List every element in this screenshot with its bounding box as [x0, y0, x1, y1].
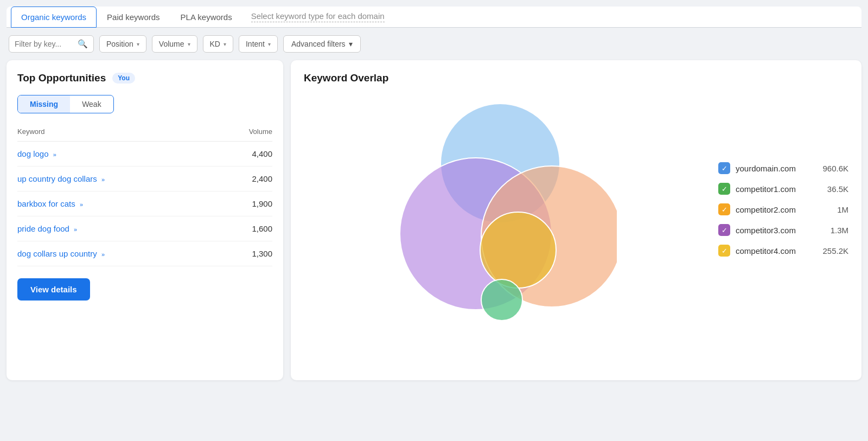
legend-item: ✓ competitor2.com 1M: [718, 203, 848, 215]
keyword-link[interactable]: pride dog food »: [17, 224, 77, 233]
overlap-title: Keyword Overlap: [304, 72, 848, 84]
table-row: up country dog collars » 2,400: [17, 167, 272, 191]
table-row: barkbox for cats » 1,900: [17, 191, 272, 216]
legend-domain-value: 1M: [816, 205, 848, 214]
legend-domain-name: competitor3.com: [736, 226, 810, 235]
overlap-body: ✓ yourdomain.com 960.6K ✓ competitor1.co…: [304, 93, 848, 326]
keyword-link[interactable]: dog logo »: [17, 149, 56, 158]
position-filter[interactable]: Position ▾: [99, 35, 146, 53]
weak-toggle-button[interactable]: Weak: [70, 95, 113, 113]
legend-domain-value: 255.2K: [816, 246, 848, 255]
tab-pla[interactable]: PLA keywords: [170, 7, 242, 28]
keyword-volume: 4,400: [252, 149, 272, 158]
tab-organic[interactable]: Organic keywords: [11, 7, 97, 28]
missing-toggle-button[interactable]: Missing: [18, 95, 70, 113]
main-content: Top Opportunities You Missing Weak Keywo…: [7, 60, 861, 380]
panel-title: Top Opportunities: [17, 72, 106, 84]
legend-domain-name: competitor1.com: [736, 184, 810, 194]
keyword-volume: 1,600: [252, 224, 272, 233]
chevron-right-icon: »: [53, 151, 56, 158]
keyword-volume: 1,300: [252, 249, 272, 258]
panel-header: Top Opportunities You: [17, 72, 272, 84]
chevron-right-icon: »: [74, 226, 77, 233]
legend-color-icon: ✓: [718, 183, 730, 195]
table-row: dog collars up country » 1,300: [17, 241, 272, 266]
keyword-overlap-panel: Keyword Overlap ✓ you: [291, 60, 861, 380]
keyword-link[interactable]: up country dog collars »: [17, 174, 105, 183]
legend-item: ✓ yourdomain.com 960.6K: [718, 162, 848, 174]
top-opportunities-panel: Top Opportunities You Missing Weak Keywo…: [7, 60, 283, 380]
col-volume-header: Volume: [249, 127, 272, 136]
keyword-volume: 1,900: [252, 199, 272, 208]
legend-domain-value: 36.5K: [816, 184, 848, 194]
keyword-link[interactable]: dog collars up country »: [17, 249, 105, 258]
position-label: Position: [106, 40, 133, 48]
table-row: dog logo » 4,400: [17, 142, 272, 167]
intent-label: Intent: [246, 40, 265, 48]
search-input[interactable]: [15, 40, 74, 48]
venn-svg: [384, 93, 617, 326]
svg-point-3: [480, 212, 556, 288]
volume-filter[interactable]: Volume ▾: [152, 35, 197, 53]
view-details-button[interactable]: View details: [17, 278, 90, 301]
svg-point-4: [481, 279, 522, 321]
keyword-table: Keyword Volume dog logo » 4,400 up count…: [17, 125, 272, 266]
venn-diagram: [304, 93, 697, 326]
advanced-chevron-icon: ▾: [349, 40, 353, 48]
legend-color-icon: ✓: [718, 162, 730, 174]
legend-color-icon: ✓: [718, 245, 730, 257]
search-icon: 🔍: [78, 39, 88, 48]
kd-label: KD: [210, 40, 220, 48]
legend-domain-name: competitor2.com: [736, 205, 810, 214]
tabs-bar: Organic keywords Paid keywords PLA keywo…: [7, 7, 861, 28]
legend-item: ✓ competitor4.com 255.2K: [718, 245, 848, 257]
keyword-rows: dog logo » 4,400 up country dog collars …: [17, 142, 272, 266]
legend: ✓ yourdomain.com 960.6K ✓ competitor1.co…: [718, 162, 848, 257]
tab-paid[interactable]: Paid keywords: [97, 7, 170, 28]
table-row: pride dog food » 1,600: [17, 216, 272, 241]
keyword-volume: 2,400: [252, 174, 272, 183]
legend-item: ✓ competitor1.com 36.5K: [718, 183, 848, 195]
advanced-filter[interactable]: Advanced filters ▾: [283, 35, 361, 53]
legend-domain-value: 1.3M: [816, 226, 848, 235]
volume-label: Volume: [159, 40, 184, 48]
you-badge: You: [112, 73, 135, 84]
search-filter[interactable]: 🔍: [9, 35, 94, 53]
filter-bar: 🔍 Position ▾ Volume ▾ KD ▾ Intent ▾ Adva…: [7, 28, 861, 60]
intent-chevron-icon: ▾: [268, 41, 271, 47]
missing-weak-toggle: Missing Weak: [17, 95, 114, 113]
legend-color-icon: ✓: [718, 203, 730, 215]
table-header: Keyword Volume: [17, 125, 272, 142]
chevron-right-icon: »: [80, 201, 83, 208]
search-icon-button[interactable]: 🔍: [78, 39, 88, 49]
intent-filter[interactable]: Intent ▾: [239, 35, 278, 53]
chevron-right-icon: »: [101, 251, 105, 258]
chevron-right-icon: »: [101, 176, 105, 183]
legend-item: ✓ competitor3.com 1.3M: [718, 224, 848, 236]
position-chevron-icon: ▾: [137, 41, 139, 47]
keyword-link[interactable]: barkbox for cats »: [17, 199, 83, 208]
advanced-label: Advanced filters: [291, 40, 346, 48]
volume-chevron-icon: ▾: [188, 41, 190, 47]
col-keyword-header: Keyword: [17, 127, 45, 136]
kd-chevron-icon: ▾: [224, 41, 226, 47]
tab-select-domain[interactable]: Select keyword type for each domain: [251, 11, 385, 22]
legend-domain-name: competitor4.com: [736, 246, 810, 255]
kd-filter[interactable]: KD ▾: [203, 35, 233, 53]
legend-domain-value: 960.6K: [816, 164, 848, 173]
legend-color-icon: ✓: [718, 224, 730, 236]
legend-domain-name: yourdomain.com: [736, 164, 810, 173]
